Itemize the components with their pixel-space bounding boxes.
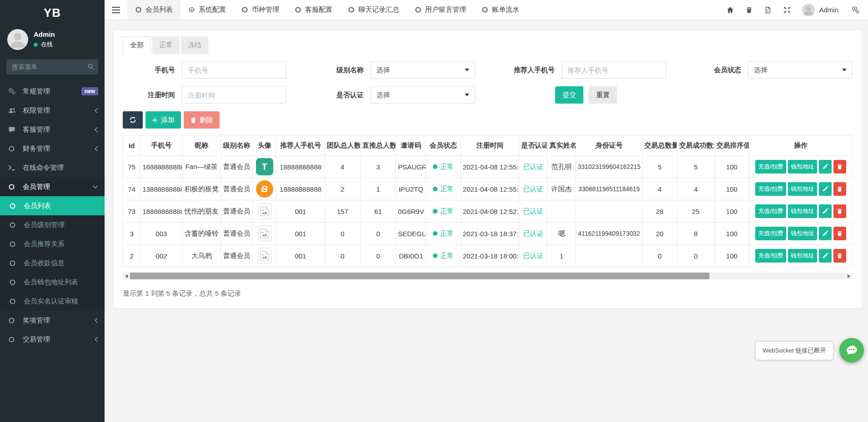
home-icon[interactable]: [721, 6, 740, 14]
wallet-address-button[interactable]: 钱包地址: [788, 249, 817, 263]
quick-tab-0[interactable]: 全部: [123, 36, 151, 54]
trade-sort-cell: 100: [714, 156, 749, 178]
clear-cache-icon[interactable]: [758, 6, 778, 14]
filter-group-level: 级别名称 选择: [286, 61, 475, 79]
trade-success-cell: 4: [677, 178, 714, 200]
quick-tab-1[interactable]: 正常: [152, 36, 180, 54]
column-header: 级别名称: [221, 135, 252, 156]
circle-icon: [8, 336, 19, 343]
circle-icon: [8, 184, 19, 190]
quick-tab-2[interactable]: 冻结: [181, 36, 208, 54]
sidebar-item-8[interactable]: 会员推荐关系: [0, 234, 105, 253]
submit-button[interactable]: 提交: [555, 86, 583, 104]
tab-1[interactable]: 系统配置: [181, 0, 234, 20]
phone-label: 手机号: [123, 66, 182, 74]
status-badge: 正常: [433, 185, 454, 194]
settings-gears-icon[interactable]: [846, 6, 865, 14]
edit-button[interactable]: [819, 227, 832, 240]
wallet-address-button[interactable]: 钱包地址: [788, 182, 817, 196]
sidebar-item-2[interactable]: 客服管理: [0, 120, 105, 139]
wallet-address-button[interactable]: 钱包地址: [788, 160, 817, 174]
recharge-button[interactable]: 充值/扣费: [755, 249, 786, 263]
chat-widget-button[interactable]: [839, 338, 864, 362]
team-total-cell: 157: [325, 200, 360, 223]
edit-button[interactable]: [819, 249, 832, 263]
trash-icon[interactable]: [740, 6, 758, 14]
sidebar-item-3[interactable]: 财务管理: [0, 139, 105, 158]
tab-5[interactable]: 用户留言管理: [407, 0, 474, 20]
sidebar-item-10[interactable]: 会员钱包地址列表: [0, 273, 105, 292]
topbar-username[interactable]: Admin: [819, 6, 838, 14]
row-delete-button[interactable]: [833, 182, 846, 196]
phone-input[interactable]: [182, 61, 286, 79]
topbar-avatar[interactable]: [802, 4, 815, 16]
reg-time-cell: 2021-04-08 12:55:47: [461, 178, 519, 200]
tab-0[interactable]: 会员列表: [127, 0, 181, 20]
regtime-input[interactable]: [182, 86, 286, 104]
status-select[interactable]: 选择: [748, 61, 853, 79]
sidebar-item-7[interactable]: 会员级别管理: [0, 215, 105, 234]
edit-button[interactable]: [819, 204, 832, 218]
topbar-tabs: 会员列表系统配置币种管理客服配置聊天记录汇总用户留言管理账单流水: [127, 0, 527, 20]
horizontal-scrollbar[interactable]: [123, 273, 853, 279]
recharge-button[interactable]: 充值/扣费: [755, 182, 786, 196]
sidebar-item-4[interactable]: 在线命令管理: [0, 158, 105, 177]
row-delete-button[interactable]: [833, 160, 846, 174]
level-select[interactable]: 选择: [371, 61, 475, 79]
reg-time-cell: 2021-03-18 18:37:23: [461, 223, 519, 245]
wallet-address-button[interactable]: 钱包地址: [788, 204, 817, 218]
wallet-address-button[interactable]: 钱包地址: [788, 227, 817, 240]
sidebar-item-5[interactable]: 会员管理: [0, 177, 105, 196]
scroll-right-arrow-icon[interactable]: [845, 273, 853, 279]
hamburger-menu-icon[interactable]: [105, 0, 127, 20]
tab-3[interactable]: 客服配置: [287, 0, 340, 20]
nickname-cell: Fan—绿茶: [182, 156, 221, 178]
sidebar-item-6[interactable]: 会员列表: [0, 196, 105, 215]
recharge-button[interactable]: 充值/扣费: [755, 227, 786, 240]
status-cell: 正常: [426, 200, 461, 223]
trash-icon: [190, 117, 196, 124]
sidebar-item-12[interactable]: 奖项管理: [0, 311, 105, 330]
add-button[interactable]: 添加: [146, 111, 181, 129]
recharge-button[interactable]: 充值/扣费: [755, 204, 786, 218]
scrollbar-track[interactable]: [130, 273, 845, 279]
phone-cell: 002: [140, 245, 182, 267]
edit-button[interactable]: [819, 182, 832, 196]
scrollbar-thumb[interactable]: [130, 273, 709, 279]
tab-2[interactable]: 币种管理: [234, 0, 287, 20]
refresh-button[interactable]: [123, 111, 143, 129]
tab-4[interactable]: 聊天记录汇总: [340, 0, 407, 20]
edit-button[interactable]: [819, 160, 832, 174]
scroll-left-arrow-icon[interactable]: [123, 273, 130, 279]
sidebar-item-13[interactable]: 交易管理: [0, 330, 105, 349]
menu-search-input[interactable]: [6, 59, 98, 74]
filter-row-1: 手机号 级别名称 选择 推荐人手机号: [123, 61, 853, 79]
column-header: 交易排序值: [714, 135, 749, 156]
fullscreen-icon[interactable]: [778, 6, 797, 14]
sidebar-item-1[interactable]: 权限管理: [0, 101, 105, 120]
reset-button[interactable]: 重置: [589, 86, 617, 104]
trade-total-cell: 4: [642, 178, 677, 200]
trash-icon: [837, 164, 843, 170]
table-body: 7516888888888Fan—绿茶普通会员T1888888888843PSA…: [123, 156, 853, 267]
row-delete-button[interactable]: [833, 249, 846, 263]
status-filter-tabs: 全部正常冻结: [123, 36, 853, 54]
users-icon: [8, 107, 19, 114]
real-name-cell: 嗯: [547, 223, 576, 245]
recharge-button[interactable]: 充值/扣费: [755, 160, 786, 174]
phone-cell: 13888888888: [140, 178, 182, 200]
sidebar-item-9[interactable]: 会员收款信息: [0, 253, 105, 273]
row-delete-button[interactable]: [833, 204, 846, 218]
reg-time-cell: 2021-04-08 12:55:58: [461, 156, 519, 178]
terminal-icon: [8, 164, 19, 171]
tab-6[interactable]: 账单流水: [474, 0, 527, 20]
filter-row-2: 注册时间 是否认证 选择 提交 重置: [123, 86, 853, 104]
search-icon[interactable]: [87, 63, 94, 70]
sidebar-item-11[interactable]: 会员实名认证审核: [0, 292, 105, 311]
delete-button[interactable]: 删除: [184, 111, 220, 129]
sidebar-item-0[interactable]: 常规管理new: [0, 82, 105, 101]
verified-select[interactable]: 选择: [371, 86, 475, 104]
referrer-input[interactable]: [562, 61, 666, 79]
row-delete-button[interactable]: [833, 227, 846, 240]
referrer-cell: 18888888888: [276, 156, 325, 178]
